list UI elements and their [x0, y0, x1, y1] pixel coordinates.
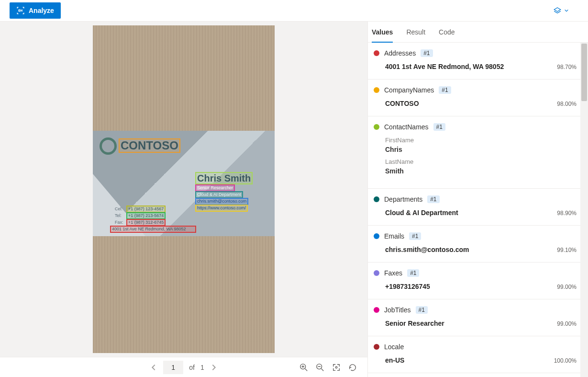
- count-badge: #1: [407, 269, 419, 277]
- field-value: 4001 1st Ave NE Redmond, WA 98052: [385, 63, 504, 70]
- field-name: Departments: [384, 195, 422, 203]
- analyze-icon: [16, 6, 25, 15]
- confidence: 99.00%: [557, 284, 577, 290]
- layers-icon: [554, 7, 561, 14]
- field-group[interactable]: Addresses#14001 1st Ave NE Redmond, WA 9…: [368, 43, 588, 80]
- hl-cell: +1 (987) 123-4567: [126, 206, 166, 213]
- hl-url: https://www.contoso.com/: [195, 205, 248, 212]
- count-badge: #1: [409, 232, 421, 240]
- hl-tel: +1 (987) 213-5674: [126, 212, 166, 219]
- scrollbar-thumb[interactable]: [581, 44, 587, 101]
- logo-icon: [100, 137, 117, 155]
- color-dot: [374, 307, 379, 313]
- subfield-value: Chris: [385, 146, 577, 153]
- hl-email: chris.smith@contoso.com: [195, 198, 248, 205]
- of-label: of: [189, 364, 195, 371]
- color-dot: [374, 233, 379, 239]
- layers-dropdown[interactable]: [554, 7, 578, 14]
- field-value: +19873126745: [385, 283, 430, 290]
- chevron-down-icon: [564, 8, 569, 13]
- analyze-button[interactable]: Analyze: [10, 2, 61, 19]
- confidence: 98.70%: [557, 64, 577, 70]
- business-card: CONTOSO Chris Smith Senior Researcher Cl…: [93, 131, 275, 236]
- fit-icon[interactable]: [332, 363, 341, 372]
- hl-dept: Cloud & AI Department: [195, 191, 243, 198]
- page-total: 1: [200, 364, 204, 371]
- count-badge: #1: [421, 49, 433, 57]
- lbl-fax: Fax:: [115, 220, 123, 225]
- confidence: 99.10%: [557, 247, 577, 253]
- field-name: ContactNames: [384, 123, 429, 131]
- rotate-icon[interactable]: [348, 363, 357, 372]
- hl-title: Senior Researcher: [195, 184, 235, 192]
- color-dot: [374, 344, 379, 350]
- hl-addr: 4001 1st Ave NE Redmond, WA 98052: [110, 226, 196, 233]
- results-pane: Values Result Code Addresses#14001 1st A…: [368, 22, 588, 377]
- field-value: chris.smith@contoso.com: [385, 246, 469, 253]
- field-group[interactable]: JobTitles#1Senior Researcher99.00%: [368, 299, 588, 336]
- hl-fax: +1 (987) 312-6745: [126, 219, 166, 226]
- count-badge: #1: [416, 306, 428, 314]
- hl-name: Chris Smith: [195, 172, 253, 184]
- subfield-label: LastName: [385, 158, 577, 165]
- lbl-cell: Cel:: [115, 206, 122, 211]
- pager: of 1: [150, 361, 217, 374]
- scrollbar[interactable]: [580, 43, 588, 377]
- field-name: Addresses: [384, 49, 416, 57]
- next-page-button[interactable]: [210, 364, 218, 371]
- field-group[interactable]: CompanyNames#1CONTOSO98.00%: [368, 80, 588, 116]
- count-badge: #1: [433, 123, 445, 131]
- zoom-out-icon[interactable]: [316, 363, 324, 372]
- subfield-label: FirstName: [385, 137, 577, 144]
- toolbar: Analyze: [0, 0, 588, 22]
- results-list[interactable]: Addresses#14001 1st Ave NE Redmond, WA 9…: [368, 43, 588, 377]
- field-name: JobTitles: [384, 306, 411, 314]
- field-name: Emails: [384, 232, 404, 240]
- document-viewer: CONTOSO Chris Smith Senior Researcher Cl…: [0, 22, 368, 377]
- count-badge: #1: [439, 86, 451, 94]
- field-value: en-US: [385, 356, 404, 364]
- field-name: Locale: [384, 343, 404, 351]
- count-badge: #1: [427, 195, 439, 203]
- viewer-bar: of 1: [0, 357, 367, 377]
- tab-values[interactable]: Values: [372, 22, 393, 42]
- color-dot: [374, 196, 379, 202]
- canvas[interactable]: CONTOSO Chris Smith Senior Researcher Cl…: [0, 22, 367, 357]
- subfield: FirstNameChris: [374, 137, 577, 153]
- confidence: 100.00%: [554, 357, 577, 364]
- tab-code[interactable]: Code: [439, 22, 455, 42]
- field-group[interactable]: Emails#1chris.smith@contoso.com99.10%: [368, 226, 588, 263]
- color-dot: [374, 270, 379, 276]
- analyze-label: Analyze: [29, 7, 54, 14]
- field-value: Senior Researcher: [385, 320, 444, 327]
- field-name: Faxes: [384, 269, 402, 277]
- confidence: 99.00%: [557, 320, 577, 327]
- field-value: CONTOSO: [385, 100, 419, 107]
- field-group[interactable]: Faxes#1+1987312674599.00%: [368, 263, 588, 299]
- field-group[interactable]: Localeen-US100.00%: [368, 336, 588, 373]
- color-dot: [374, 124, 379, 130]
- field-group[interactable]: Departments#1Cloud & AI Department98.90%: [368, 189, 588, 226]
- color-dot: [374, 87, 379, 93]
- hl-company: CONTOSO: [119, 138, 180, 153]
- tab-result[interactable]: Result: [406, 22, 425, 42]
- zoom-tools: [300, 363, 357, 372]
- page-input[interactable]: [163, 361, 183, 374]
- prev-page-button[interactable]: [150, 364, 157, 371]
- zoom-in-icon[interactable]: [300, 363, 308, 372]
- document-image: CONTOSO Chris Smith Senior Researcher Cl…: [93, 25, 275, 353]
- field-name: CompanyNames: [384, 86, 434, 94]
- confidence: 98.90%: [557, 210, 577, 217]
- subfield: LastNameSmith: [374, 158, 577, 175]
- subfield-value: Smith: [385, 167, 577, 175]
- result-tabs: Values Result Code: [368, 22, 588, 43]
- lbl-tel: Tel:: [115, 213, 122, 218]
- field-value: Cloud & AI Department: [385, 209, 458, 217]
- color-dot: [374, 50, 379, 56]
- svg-point-2: [335, 366, 337, 368]
- field-group[interactable]: ContactNames#1FirstNameChrisLastNameSmit…: [368, 116, 588, 189]
- confidence: 98.00%: [557, 101, 577, 107]
